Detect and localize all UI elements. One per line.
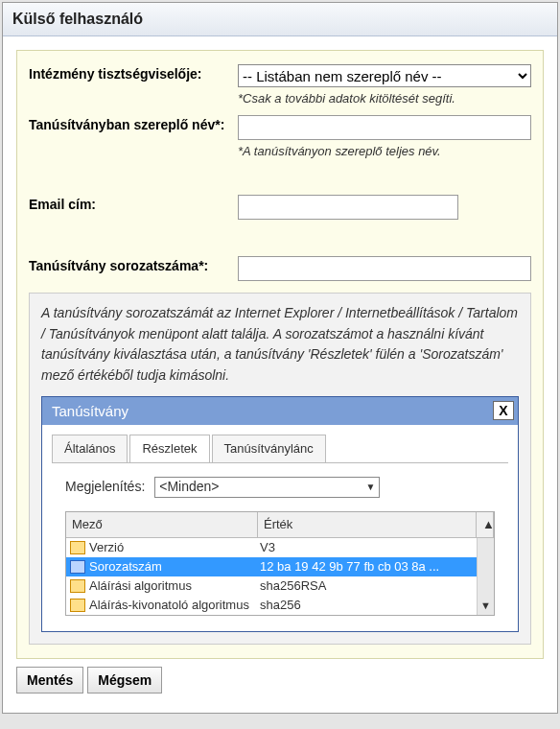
cancel-button[interactable]: Mégsem (87, 667, 162, 694)
table-header: Mező Érték ▲ (66, 512, 494, 538)
doc-icon (70, 560, 85, 574)
cert-window: Tanúsítvány X Általános Részletek Tanúsí… (41, 396, 519, 633)
institution-select[interactable]: -- Listában nem szereplő név -- (238, 64, 531, 87)
cell-field: Aláírás-kivonatoló algoritmus (89, 596, 249, 615)
doc-icon (70, 541, 85, 554)
display-value: <Minden> (159, 477, 219, 498)
scroll-up-icon[interactable]: ▲ (477, 512, 494, 537)
save-button[interactable]: Mentés (16, 667, 83, 694)
help-text: A tanúsítvány sorozatszámát az Internet … (41, 303, 519, 387)
col-value[interactable]: Érték (258, 512, 477, 537)
cell-value: sha256RSA (260, 576, 477, 596)
chevron-down-icon: ▼ (365, 480, 375, 495)
institution-label: Intézmény tisztségviselője: (29, 64, 238, 82)
email-input[interactable] (238, 195, 458, 220)
cell-field: Aláírási algoritmus (89, 576, 192, 596)
cell-field: Verzió (89, 538, 124, 557)
help-block: A tanúsítvány sorozatszámát az Internet … (29, 293, 531, 645)
table-row[interactable]: VerzióV3 (66, 538, 494, 557)
email-label: Email cím: (29, 195, 238, 212)
field-institution: Intézmény tisztségviselője: -- Listában … (29, 64, 531, 106)
col-field[interactable]: Mező (66, 512, 258, 537)
cell-value: sha256 (260, 596, 477, 615)
tab-details[interactable]: Részletek (129, 435, 209, 462)
display-select[interactable]: <Minden> ▼ (154, 477, 380, 498)
button-row: Mentés Mégsem (16, 659, 544, 703)
table-rows: VerzióV3Sorozatszám12 ba 19 42 9b 77 fb … (66, 538, 494, 615)
external-user-dialog: Külső felhasználó Intézmény tisztségvise… (2, 2, 558, 714)
serial-label: Tanúsítvány sorozatszáma*: (29, 256, 238, 273)
tab-general[interactable]: Általános (52, 435, 128, 462)
display-filter-row: Megjelenítés: <Minden> ▼ (65, 477, 495, 498)
table-row[interactable]: Aláírási algoritmussha256RSA (66, 576, 494, 596)
field-email: Email cím: (29, 195, 531, 220)
tab-chain[interactable]: Tanúsítványlánc (212, 435, 326, 462)
cert-table: Mező Érték ▲ VerzióV3Sorozatszám12 ba 19… (65, 511, 495, 616)
cert-tabs: Általános Részletek Tanúsítványlánc (42, 425, 518, 462)
institution-hint: *Csak a további adatok kitöltését segíti… (238, 91, 531, 106)
dialog-title-bar: Külső felhasználó (3, 3, 557, 36)
tab-body: Megjelenítés: <Minden> ▼ Mező Érték ▲ (52, 462, 508, 622)
doc-icon (70, 579, 85, 593)
scrollbar-track[interactable] (477, 538, 494, 557)
cert-name-input[interactable] (238, 115, 531, 140)
scrollbar-track[interactable] (477, 557, 494, 576)
dialog-title: Külső felhasználó (12, 11, 548, 28)
scrollbar-track[interactable] (477, 576, 494, 596)
cell-value: V3 (260, 538, 477, 557)
form-area: Intézmény tisztségviselője: -- Listában … (16, 50, 544, 659)
cell-field: Sorozatszám (89, 557, 162, 576)
doc-icon (70, 599, 85, 612)
cert-name-label: Tanúsítványban szereplő név*: (29, 115, 238, 132)
cert-title-bar: Tanúsítvány X (42, 397, 518, 425)
cert-title-text: Tanúsítvány (52, 400, 128, 422)
scrollbar-track[interactable]: ▼ (477, 596, 494, 615)
field-cert-name: Tanúsítványban szereplő név*: *A tanúsít… (29, 115, 531, 158)
table-row[interactable]: Aláírás-kivonatoló algoritmussha256▼ (66, 596, 494, 615)
serial-input[interactable] (238, 256, 531, 281)
cert-name-hint: *A tanúsítványon szereplő teljes név. (238, 144, 531, 158)
display-label: Megjelenítés: (65, 477, 145, 498)
dialog-content: Intézmény tisztségviselője: -- Listában … (3, 36, 557, 713)
cell-value: 12 ba 19 42 9b 77 fb cb 03 8a ... (260, 557, 477, 576)
close-icon[interactable]: X (493, 401, 514, 420)
table-row[interactable]: Sorozatszám12 ba 19 42 9b 77 fb cb 03 8a… (66, 557, 494, 576)
field-serial: Tanúsítvány sorozatszáma*: (29, 256, 531, 281)
